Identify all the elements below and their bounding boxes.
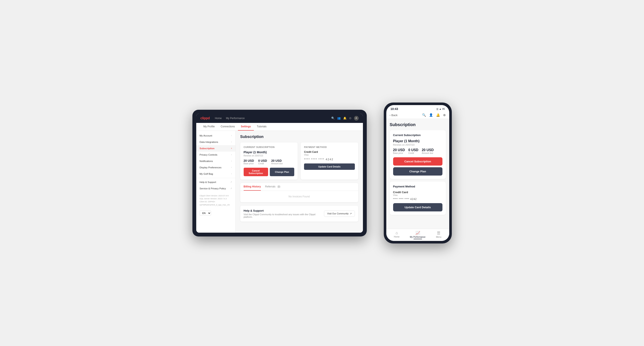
phone-plan-name: Player (1 Month) bbox=[393, 139, 442, 143]
external-link-icon: ↗ bbox=[350, 212, 352, 215]
tablet-navbar: clippd Home My Performance 🔍 👥 🔔 ⊙ A bbox=[196, 114, 363, 123]
signal-icon: ||| bbox=[436, 108, 438, 110]
sidebar-item-service-privacy[interactable]: Service & Privacy Policy ↗ bbox=[196, 185, 235, 192]
tab-connections[interactable]: Connections bbox=[218, 123, 238, 131]
phone-card-type: Credit Card bbox=[393, 191, 442, 194]
menu-icon: ☰ bbox=[437, 231, 440, 235]
phone-nav-my-performance[interactable]: 📈 My Performance bbox=[407, 229, 428, 241]
tablet-content: My Account › Data Integrations › Subscri… bbox=[196, 131, 363, 233]
chevron-right-icon: › bbox=[231, 141, 232, 143]
external-link-icon: ↗ bbox=[230, 181, 232, 183]
nav-home[interactable]: Home bbox=[215, 117, 222, 120]
card-type: Credit Card bbox=[304, 151, 355, 154]
sidebar-item-notifications[interactable]: Notifications › bbox=[196, 158, 235, 164]
phone-plan-pricing: 20 USD Base price 0 USD Credit 20 USD Am… bbox=[393, 148, 442, 154]
card-number: **** **** **** 4242 bbox=[304, 158, 355, 161]
help-section: Help & Support Visit the Clippd Communit… bbox=[240, 206, 358, 222]
phone-card-number: **** **** **** 4242 bbox=[393, 198, 417, 201]
credit: 0 USD Credit bbox=[258, 159, 267, 165]
chevron-right-icon: › bbox=[231, 147, 232, 150]
phone-status-icons: ||| ▲ 85 bbox=[436, 108, 445, 110]
plan-pricing: 20 USD Base price 0 USD Credit 20 USD Am… bbox=[244, 159, 294, 165]
sidebar-item-my-account[interactable]: My Account › bbox=[196, 133, 235, 139]
search-icon[interactable]: 🔍 bbox=[422, 113, 426, 117]
phone-update-card-button[interactable]: Update Card Details bbox=[393, 203, 442, 211]
phone-cancel-subscription-button[interactable]: Cancel Subscription bbox=[393, 157, 442, 166]
sidebar-item-data-integrations[interactable]: Data Integrations › bbox=[196, 139, 235, 145]
cancel-subscription-button[interactable]: Cancel Subscription bbox=[244, 168, 268, 176]
tab-referrals[interactable]: Referrals 0 bbox=[265, 183, 281, 191]
update-card-button[interactable]: Update Card Details bbox=[304, 164, 355, 170]
base-price: 20 USD Base price bbox=[244, 159, 254, 165]
chevron-right-icon: › bbox=[231, 154, 232, 156]
payment-method-card: Payment Method Credit Card Visa **** ***… bbox=[301, 143, 358, 179]
subscription-actions: Cancel Subscription Change Plan bbox=[244, 168, 294, 176]
billing-section: Billing History Referrals 0 No Invoices … bbox=[240, 183, 358, 202]
search-icon[interactable]: 🔍 bbox=[331, 117, 335, 120]
nav-icons: 🔍 👥 🔔 ⊙ A bbox=[331, 116, 359, 121]
phone-payment-card: Payment Method Credit Card Visa **** ***… bbox=[390, 181, 446, 215]
nav-active-indicator bbox=[414, 239, 422, 239]
sidebar-footer: Clippd Client Version: 2023.07.6-8 GQL S… bbox=[196, 192, 235, 209]
current-subscription-card: Current Subscription Player (1 Month) Re… bbox=[240, 143, 298, 179]
chevron-right-icon: › bbox=[231, 166, 232, 169]
phone-screen: 10:43 ||| ▲ 85 ‹ Back 🔍 👤 🔔 ⊕ bbox=[386, 105, 449, 241]
phone-plan-renews: Renews on 25/07/23 bbox=[393, 144, 442, 146]
tab-tutorials[interactable]: Tutorials bbox=[254, 123, 270, 131]
current-subscription-title: Current Subscription bbox=[244, 146, 294, 148]
phone-status-bar: 10:43 ||| ▲ 85 bbox=[386, 105, 449, 111]
phone-subscription-title: Current Subscription bbox=[393, 134, 442, 137]
phone-subscription-card: Current Subscription Player (1 Month) Re… bbox=[390, 130, 446, 179]
chevron-left-icon: ‹ bbox=[390, 114, 390, 117]
help-title: Help & Support bbox=[244, 209, 324, 212]
change-plan-button[interactable]: Change Plan bbox=[270, 168, 294, 176]
help-text: Help & Support Visit the Clippd Communit… bbox=[244, 209, 324, 218]
tab-my-profile[interactable]: My Profile bbox=[200, 123, 218, 131]
avatar[interactable]: A bbox=[354, 116, 359, 121]
phone-change-plan-button[interactable]: Change Plan bbox=[393, 167, 442, 175]
billing-tabs: Billing History Referrals 0 bbox=[240, 183, 358, 191]
phone-time: 10:43 bbox=[390, 107, 398, 111]
subscription-cards-row: Current Subscription Player (1 Month) Re… bbox=[240, 143, 358, 179]
users-icon[interactable]: 👥 bbox=[337, 117, 340, 120]
nav-my-performance[interactable]: My Performance bbox=[226, 117, 245, 120]
back-button[interactable]: ‹ Back bbox=[390, 114, 398, 117]
phone-amount-due: 20 USD Amount due bbox=[422, 148, 434, 154]
phone-bottom-nav: ⌂ Home 📈 My Performance ☰ Menu bbox=[386, 229, 449, 241]
sidebar-item-my-golf-bag[interactable]: My Golf Bag › bbox=[196, 171, 235, 177]
language-selector[interactable]: EN FR DE bbox=[200, 211, 232, 216]
sidebar-item-privacy-controls[interactable]: Privacy Controls › bbox=[196, 152, 235, 158]
nav-links: Home My Performance bbox=[215, 117, 326, 120]
help-description: Visit the Clippd Community to troublesho… bbox=[244, 213, 324, 218]
plan-renews: Renews on 25/07/23 bbox=[244, 155, 294, 157]
visit-community-button[interactable]: Visit Our Community ↗ bbox=[324, 211, 355, 217]
billing-empty-message: No Invoices Found bbox=[240, 191, 358, 202]
tab-settings[interactable]: Settings bbox=[238, 123, 254, 131]
chevron-right-icon: › bbox=[231, 173, 232, 175]
tablet-screen: clippd Home My Performance 🔍 👥 🔔 ⊙ A My … bbox=[196, 114, 363, 233]
amount-due: 20 USD Amount due bbox=[271, 159, 283, 165]
sidebar-item-help-support[interactable]: Help & Support ↗ bbox=[196, 179, 235, 185]
bell-icon[interactable]: 🔔 bbox=[436, 113, 440, 117]
referrals-badge: 0 bbox=[277, 185, 281, 188]
user-icon[interactable]: 👤 bbox=[429, 113, 433, 117]
plan-name: Player (1 Month) bbox=[244, 151, 294, 154]
tab-billing-history[interactable]: Billing History bbox=[244, 183, 261, 191]
bell-icon[interactable]: 🔔 bbox=[343, 117, 346, 120]
sidebar: My Account › Data Integrations › Subscri… bbox=[196, 131, 236, 233]
phone-base-price: 20 USD Base price bbox=[393, 148, 405, 154]
phone-nav-home[interactable]: ⌂ Home bbox=[386, 229, 407, 241]
performance-icon: 📈 bbox=[416, 231, 420, 235]
card-brand: Visa bbox=[304, 154, 355, 156]
phone-nav-menu[interactable]: ☰ Menu bbox=[428, 229, 449, 241]
sidebar-item-display-preferences[interactable]: Display Preferences › bbox=[196, 164, 235, 171]
phone-card-number-row: **** **** **** 4242 bbox=[393, 198, 442, 201]
phone-page-title: Subscription bbox=[390, 122, 446, 127]
phone-payment-title: Payment Method bbox=[393, 185, 442, 188]
circle-icon[interactable]: ⊙ bbox=[349, 117, 352, 120]
battery-icon: 85 bbox=[442, 108, 445, 110]
wifi-icon: ▲ bbox=[439, 108, 442, 110]
phone-device: 10:43 ||| ▲ 85 ‹ Back 🔍 👤 🔔 ⊕ bbox=[384, 103, 452, 243]
sidebar-item-subscription[interactable]: Subscription › bbox=[196, 145, 235, 152]
plus-circle-icon[interactable]: ⊕ bbox=[443, 113, 446, 117]
